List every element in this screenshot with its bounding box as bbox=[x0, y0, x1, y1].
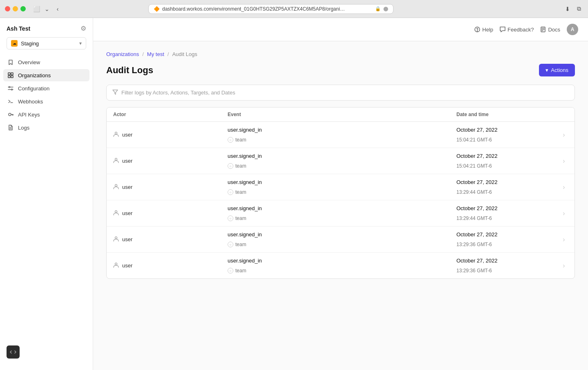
help-link[interactable]: Help bbox=[474, 27, 493, 33]
sidebar-item-label: Configuration bbox=[18, 85, 49, 92]
table-row[interactable]: user user.signed_in ○ team October 27, 2… bbox=[107, 174, 575, 200]
datetime-cell: October 27, 2022 13:29:36 GMT-6 bbox=[450, 226, 558, 253]
filter-bar[interactable]: Filter logs by Actors, Actions, Targets,… bbox=[106, 85, 575, 101]
date-value: October 27, 2022 bbox=[456, 179, 497, 185]
svg-point-6 bbox=[9, 87, 10, 88]
address-bar[interactable]: 🔶 dashboard.workos.com/environment_01G0H… bbox=[148, 4, 393, 14]
event-cell: user.signed_in ○ team bbox=[221, 200, 450, 226]
app-name: Ash Test bbox=[7, 25, 30, 32]
browser-nav-icons: ⬜ ⌄ ‹ bbox=[32, 5, 62, 13]
table-row[interactable]: user user.signed_in ○ team October 27, 2… bbox=[107, 148, 575, 174]
actor-cell: user bbox=[107, 200, 221, 226]
table-body: user user.signed_in ○ team October 27, 2… bbox=[107, 122, 575, 279]
sidebar-item-label: API Keys bbox=[18, 112, 40, 118]
table-row[interactable]: user user.signed_in ○ team October 27, 2… bbox=[107, 200, 575, 226]
event-name: user.signed_in bbox=[228, 258, 262, 264]
table: Actor Event Date and time bbox=[107, 108, 575, 278]
settings-icon[interactable]: ⚙ bbox=[80, 25, 86, 32]
user-icon bbox=[113, 236, 119, 243]
svg-point-27 bbox=[115, 263, 117, 265]
svg-point-16 bbox=[477, 31, 478, 31]
sidebar-item-webhooks[interactable]: Webhooks bbox=[3, 95, 89, 108]
key-icon bbox=[7, 111, 14, 118]
actor-name: user bbox=[122, 158, 132, 164]
table-row[interactable]: user user.signed_in ○ team October 27, 2… bbox=[107, 226, 575, 253]
breadcrumb: Organizations / My test / Audit Logs bbox=[106, 51, 575, 57]
sidebar-toggle-icon[interactable]: ⬜ bbox=[32, 5, 40, 13]
maximize-button[interactable] bbox=[20, 6, 26, 11]
avatar[interactable]: A bbox=[567, 24, 578, 35]
sliders-icon bbox=[7, 85, 14, 92]
svg-point-26 bbox=[115, 237, 117, 239]
row-chevron-cell: › bbox=[558, 122, 575, 148]
environment-selector[interactable]: ☁ Staging ▾ bbox=[7, 37, 86, 49]
datetime-cell: October 27, 2022 13:29:44 GMT-6 bbox=[450, 200, 558, 226]
table-row[interactable]: user user.signed_in ○ team October 27, 2… bbox=[107, 253, 575, 279]
chevron-right-icon: › bbox=[563, 131, 565, 139]
chevron-right-icon: › bbox=[563, 157, 565, 165]
env-icon: ☁ bbox=[11, 40, 18, 47]
svg-point-7 bbox=[11, 89, 13, 90]
code-icon[interactable] bbox=[7, 345, 20, 359]
chevron-down-icon[interactable]: ⌄ bbox=[43, 5, 51, 13]
row-chevron-cell: › bbox=[558, 174, 575, 200]
datetime-cell: October 27, 2022 15:04:21 GMT-6 bbox=[450, 148, 558, 174]
target-icon: ○ bbox=[228, 268, 233, 274]
chevron-right-icon: › bbox=[563, 210, 565, 217]
user-icon bbox=[113, 262, 119, 269]
breadcrumb-organizations[interactable]: Organizations bbox=[106, 51, 139, 57]
sidebar: Ash Test ⚙ ☁ Staging ▾ Overview bbox=[0, 18, 93, 370]
sidebar-header: Ash Test ⚙ ☁ Staging ▾ bbox=[0, 25, 93, 56]
actions-button[interactable]: ▾ Actions bbox=[539, 64, 575, 76]
sidebar-item-label: Webhooks bbox=[18, 99, 43, 105]
event-target: ○ team bbox=[228, 215, 246, 221]
actor-name: user bbox=[122, 236, 132, 242]
page-content: Organizations / My test / Audit Logs Aud… bbox=[93, 41, 588, 289]
datetime-cell: October 27, 2022 13:29:44 GMT-6 bbox=[450, 174, 558, 200]
event-cell: user.signed_in ○ team bbox=[221, 226, 450, 253]
column-actions bbox=[558, 108, 575, 122]
sidebar-item-api-keys[interactable]: API Keys bbox=[3, 108, 89, 121]
docs-label: Docs bbox=[548, 27, 560, 33]
date-value: October 27, 2022 bbox=[456, 205, 497, 211]
sidebar-item-label: Logs bbox=[18, 125, 29, 131]
svg-rect-0 bbox=[8, 73, 10, 75]
actor-cell: user bbox=[107, 122, 221, 148]
svg-marker-21 bbox=[113, 90, 118, 94]
file-icon bbox=[7, 124, 14, 131]
actor-cell: user bbox=[107, 226, 221, 253]
target-name: team bbox=[235, 189, 246, 195]
page-title: Audit Logs bbox=[106, 65, 153, 76]
sidebar-item-label: Organizations bbox=[18, 72, 51, 78]
breadcrumb-my-test[interactable]: My test bbox=[147, 51, 164, 57]
user-icon bbox=[113, 131, 119, 138]
target-name: team bbox=[235, 163, 246, 169]
sidebar-item-organizations[interactable]: Organizations bbox=[3, 69, 89, 81]
sidebar-nav: Overview Organizations bbox=[0, 56, 93, 134]
target-name: team bbox=[235, 242, 246, 247]
event-target: ○ team bbox=[228, 137, 246, 143]
page-header: Audit Logs ▾ Actions bbox=[106, 64, 575, 76]
date-value: October 27, 2022 bbox=[456, 231, 497, 238]
row-chevron-cell: › bbox=[558, 253, 575, 279]
time-value: 15:04:21 GMT-6 bbox=[456, 163, 492, 169]
sidebar-item-configuration[interactable]: Configuration bbox=[3, 82, 89, 94]
breadcrumb-current: Audit Logs bbox=[172, 51, 197, 57]
minimize-button[interactable] bbox=[13, 6, 18, 11]
close-button[interactable] bbox=[5, 6, 10, 11]
sidebar-item-logs[interactable]: Logs bbox=[3, 121, 89, 134]
table-header: Actor Event Date and time bbox=[107, 108, 575, 122]
feedback-link[interactable]: Feedback? bbox=[500, 27, 534, 33]
back-icon[interactable]: ‹ bbox=[54, 5, 62, 13]
sidebar-app-title-row: Ash Test ⚙ bbox=[7, 25, 86, 32]
sidebar-item-overview[interactable]: Overview bbox=[3, 56, 89, 68]
terminal-icon bbox=[7, 98, 14, 105]
svg-point-23 bbox=[115, 158, 117, 160]
docs-link[interactable]: Docs bbox=[540, 27, 560, 33]
table-row[interactable]: user user.signed_in ○ team October 27, 2… bbox=[107, 122, 575, 148]
column-datetime: Date and time bbox=[450, 108, 558, 122]
tabs-icon[interactable]: ⧉ bbox=[575, 5, 583, 13]
date-value: October 27, 2022 bbox=[456, 127, 497, 133]
download-icon[interactable]: ⬇ bbox=[563, 5, 572, 13]
chevron-down-icon: ▾ bbox=[79, 40, 82, 46]
